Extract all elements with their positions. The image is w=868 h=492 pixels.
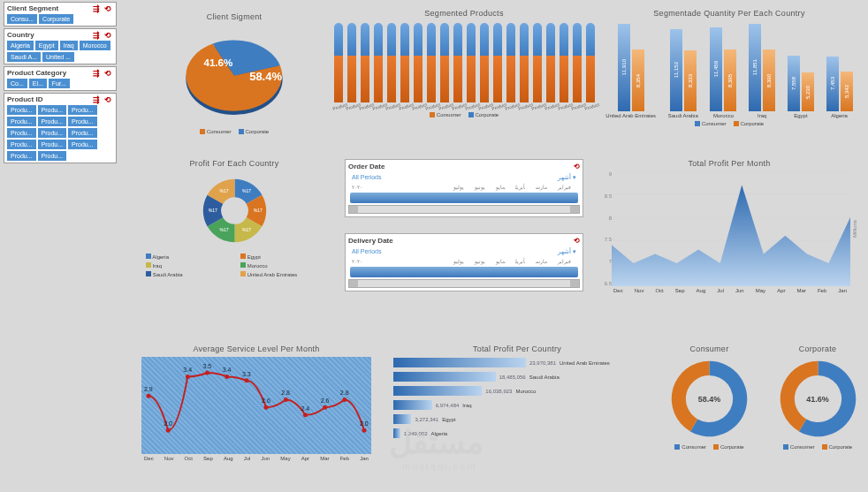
- timeline-range: All Periods: [352, 174, 381, 181]
- bar: 5,342: [841, 72, 853, 111]
- chart-title: Profit For Each Country: [146, 159, 323, 168]
- slicer-item[interactable]: Produ...: [68, 128, 97, 138]
- slicer-item[interactable]: Produ...: [7, 151, 36, 161]
- y-axis-label: Millions: [852, 220, 857, 238]
- bar: 7,558: [788, 56, 800, 111]
- stacked-bar: [560, 23, 568, 102]
- slicer-item[interactable]: Produ...: [38, 128, 67, 138]
- pie-plot: 58.4% 41.6%: [146, 25, 323, 126]
- slicer-item[interactable]: Produ...: [7, 140, 36, 149]
- chart-client-segment: Client Sigment 58.4% 41.6% Consumer Corp…: [146, 12, 323, 134]
- timeline-track[interactable]: [350, 193, 578, 203]
- clear-filter-icon[interactable]: ⟲: [104, 70, 113, 77]
- stacked-bar: [573, 23, 582, 102]
- timeline-unit[interactable]: أشهر ▾: [558, 248, 576, 255]
- svg-text:2.6: 2.6: [321, 397, 330, 404]
- x-label: Morocco: [713, 113, 734, 118]
- bar: 11,152: [670, 29, 682, 111]
- timeline-unit[interactable]: أشهر ▾: [558, 174, 576, 181]
- timeline-order-date: Order Date⟲ All Periodsأشهر ▾ ٢٠٢٠فبراير…: [345, 159, 583, 217]
- hbar-row: 16,038,923Morocco: [393, 386, 641, 396]
- svg-text:%17: %17: [253, 208, 262, 213]
- stacked-bars: ProductProductProductProductProductProdu…: [345, 21, 583, 110]
- legend-item: Algeria: [152, 254, 169, 260]
- clear-filter-icon[interactable]: ⟲: [104, 32, 113, 39]
- slicer-item[interactable]: Produ...: [38, 140, 67, 149]
- slicer-item[interactable]: Produ...: [68, 105, 97, 115]
- hbar-row: 3,272,341Egypt: [393, 414, 641, 424]
- x-label: Iraq: [758, 113, 766, 118]
- slicer-title: Country: [7, 31, 34, 39]
- ring-center: 41.6%: [776, 357, 860, 441]
- hbar-row: 6,974,484Iraq: [393, 400, 641, 410]
- svg-text:2.8: 2.8: [340, 390, 349, 396]
- slicer-item[interactable]: Egypt: [35, 41, 58, 50]
- svg-text:2.0: 2.0: [360, 420, 369, 427]
- slicer-country: Country⇶⟲ AlgeriaEgyptIraqMoroccoSaudi A…: [4, 28, 117, 64]
- multiselect-icon[interactable]: ⇶: [93, 96, 102, 103]
- bar: 11,459: [710, 27, 722, 111]
- slicer-item[interactable]: Saudi A...: [7, 52, 41, 62]
- slicer-item[interactable]: Consu...: [7, 14, 37, 24]
- slicer-item[interactable]: Iraq: [60, 41, 78, 50]
- stacked-bar: [400, 23, 409, 102]
- slicer-item[interactable]: Algeria: [7, 41, 34, 50]
- svg-text:2.6: 2.6: [262, 397, 270, 404]
- svg-text:2.0: 2.0: [164, 420, 172, 427]
- svg-point-15: [147, 394, 151, 398]
- timeline-scrollbar[interactable]: [348, 279, 580, 288]
- timeline-scrollbar[interactable]: [348, 205, 580, 214]
- slicer-item[interactable]: Co...: [7, 79, 27, 88]
- slicer-item[interactable]: Produ...: [38, 105, 67, 115]
- multiselect-icon[interactable]: ⇶: [93, 32, 102, 39]
- stacked-bar: [546, 23, 555, 102]
- slicer-item[interactable]: Produ...: [7, 117, 36, 126]
- legend-item: Morocco: [247, 263, 268, 269]
- timeline-delivery-date: Delivery Date⟲ All Periodsأشهر ▾ ٢٠٢٠فبر…: [345, 233, 583, 291]
- multiselect-icon[interactable]: ⇶: [93, 70, 102, 77]
- slicer-item[interactable]: Corporate: [39, 14, 73, 24]
- legend-item: Consumer: [681, 444, 706, 450]
- clear-filter-icon[interactable]: ⟲: [104, 96, 113, 103]
- timeline-title: Delivery Date: [348, 237, 393, 245]
- donut-plot: %17%17%17%17%17%17: [197, 173, 272, 248]
- clear-filter-icon[interactable]: ⟲: [104, 5, 113, 12]
- stacked-bar: [334, 23, 343, 102]
- slicer-item[interactable]: Produ...: [7, 105, 36, 115]
- x-label: Egypt: [794, 113, 807, 118]
- slicer-item[interactable]: Fur...: [49, 79, 70, 88]
- svg-point-35: [342, 397, 346, 402]
- slicer-item[interactable]: Produ...: [38, 151, 67, 161]
- legend-item: Consumer: [207, 129, 232, 134]
- x-label: Saudi Arabia: [668, 113, 698, 118]
- svg-point-17: [166, 428, 171, 433]
- slicer-item[interactable]: Produ...: [68, 117, 97, 126]
- stacked-bar: [480, 23, 489, 102]
- multiselect-icon[interactable]: ⇶: [93, 5, 102, 12]
- clear-filter-icon[interactable]: ⟲: [574, 163, 580, 170]
- clear-filter-icon[interactable]: ⟲: [574, 237, 580, 245]
- stacked-bar: [506, 23, 515, 102]
- slicer-item[interactable]: United ...: [42, 52, 74, 62]
- svg-point-21: [205, 371, 209, 375]
- svg-point-25: [244, 378, 248, 382]
- svg-text:2.4: 2.4: [301, 405, 309, 412]
- slicer-item[interactable]: Produ...: [68, 140, 97, 149]
- area-plot: [612, 171, 850, 286]
- timeline-track[interactable]: [350, 267, 578, 277]
- tl-year: ٢٠٢٠: [352, 184, 362, 190]
- hbar-row: 23,970,381United Arab Emirates: [393, 358, 641, 367]
- legend: Consumer Corporate: [146, 129, 323, 134]
- slicer-item[interactable]: Produ...: [38, 117, 67, 126]
- bar: 8,390: [763, 49, 775, 111]
- slicer-item[interactable]: El...: [29, 79, 47, 88]
- slicer-item[interactable]: Morocco: [80, 41, 110, 50]
- stacked-bar: [414, 23, 423, 102]
- slicer-item[interactable]: Produ...: [7, 128, 36, 138]
- x-label: Algeria: [831, 113, 848, 118]
- stacked-bar: [347, 23, 356, 102]
- chart-segmented-products: Segmented Products ProductProductProduct…: [345, 9, 583, 117]
- timeline-title: Order Date: [348, 163, 385, 170]
- grouped-bars: 11,9108,354United Arab Emirates11,1528,3…: [601, 21, 857, 118]
- svg-point-27: [264, 405, 269, 410]
